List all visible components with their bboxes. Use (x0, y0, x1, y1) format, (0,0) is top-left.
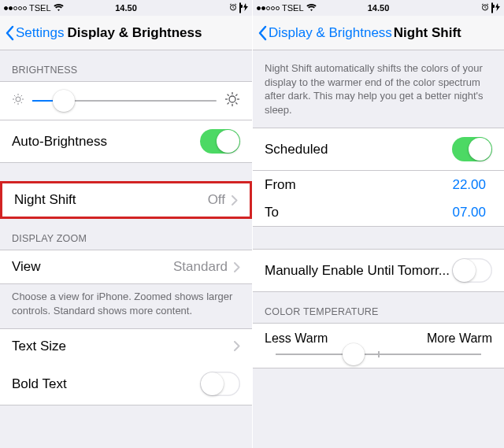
svg-point-1 (16, 97, 20, 102)
row-auto-brightness: Auto-Brightness (0, 120, 252, 163)
charging-icon (495, 3, 500, 13)
cell-value: Off (208, 192, 225, 208)
row-bold-text: Bold Text (0, 363, 252, 405)
svg-line-17 (228, 102, 229, 104)
screen-display-brightness: TSEL 14.50 Settings Display & Brightness… (0, 0, 252, 448)
cell-label: Auto-Brightness (12, 134, 200, 150)
wifi-icon (54, 4, 64, 12)
sun-large-icon (224, 91, 240, 110)
svg-line-6 (14, 95, 15, 96)
brightness-slider[interactable] (0, 81, 252, 120)
carrier-label: TSEL (29, 3, 51, 13)
wifi-icon (306, 4, 317, 12)
back-label: Display & Brightness (269, 25, 392, 41)
label-less-warm: Less Warm (265, 331, 328, 346)
charging-icon (243, 3, 248, 13)
cell-label: From (265, 177, 452, 193)
back-button[interactable]: Settings (5, 25, 64, 41)
row-view[interactable]: View Standard (0, 250, 252, 284)
chevron-right-icon (234, 341, 240, 351)
svg-line-15 (228, 94, 229, 96)
alarm-icon (229, 3, 237, 13)
nav-bar: Display & Brightness Night Shift (253, 16, 504, 50)
cell-label: To (265, 205, 452, 220)
svg-line-16 (235, 102, 237, 104)
slider-tick (378, 351, 380, 357)
row-from[interactable]: From 22.00 (253, 170, 504, 198)
cell-label: Manually Enable Until Tomorr... (265, 263, 452, 279)
chevron-left-icon (258, 25, 267, 41)
slider-track[interactable] (32, 100, 217, 102)
row-manual-enable: Manually Enable Until Tomorr... (253, 249, 504, 292)
slider-thumb[interactable] (343, 343, 365, 365)
label-more-warm: More Warm (427, 331, 492, 346)
cell-label: Scheduled (265, 142, 452, 157)
chevron-left-icon (5, 25, 14, 41)
cell-label: View (12, 259, 173, 275)
content: Night Shift automatically shifts the col… (253, 50, 504, 448)
cell-value: 22.00 (452, 177, 486, 193)
status-time: 14.50 (368, 3, 390, 13)
svg-point-10 (229, 96, 235, 102)
section-header-brightness: BRIGHTNESS (0, 50, 252, 81)
chevron-right-icon (232, 195, 238, 205)
battery-icon (239, 3, 241, 13)
chevron-right-icon (234, 262, 240, 272)
row-text-size[interactable]: Text Size (0, 328, 252, 363)
toggle-manual-enable[interactable] (452, 258, 492, 283)
nav-title: Night Shift (394, 25, 461, 41)
nav-title: Display & Brightness (67, 25, 202, 41)
toggle-scheduled[interactable] (452, 137, 492, 161)
cell-label: Bold Text (12, 376, 200, 392)
color-temperature-slider[interactable]: Less Warm More Warm (253, 323, 504, 368)
status-bar: TSEL 14.50 (0, 0, 252, 16)
section-footer-display-zoom: Choose a view for iPhone. Zoomed shows l… (0, 284, 252, 324)
section-header-color-temperature: COLOR TEMPERATURE (253, 292, 504, 323)
status-bar: TSEL 14.50 (253, 0, 504, 16)
sun-small-icon (12, 93, 24, 109)
intro-text: Night Shift automatically shifts the col… (253, 50, 504, 128)
slider-track[interactable] (276, 354, 481, 355)
cell-value: Standard (173, 259, 228, 275)
row-scheduled: Scheduled (253, 128, 504, 170)
toggle-auto-brightness[interactable] (200, 129, 240, 154)
back-button[interactable]: Display & Brightness (258, 25, 392, 41)
section-header-display-zoom: DISPLAY ZOOM (0, 219, 252, 250)
svg-line-7 (21, 102, 22, 103)
back-label: Settings (16, 25, 64, 41)
cell-label: Night Shift (14, 192, 208, 208)
svg-line-9 (21, 95, 22, 96)
signal-strength-icon (257, 6, 280, 10)
nav-bar: Settings Display & Brightness (0, 16, 252, 50)
alarm-icon (481, 3, 489, 13)
row-night-shift[interactable]: Night Shift Off (0, 181, 252, 219)
carrier-label: TSEL (282, 3, 304, 13)
cell-label: Text Size (12, 339, 234, 354)
slider-thumb[interactable] (53, 90, 75, 112)
cell-value: 07.00 (452, 205, 486, 220)
signal-strength-icon (4, 6, 27, 10)
svg-line-8 (14, 102, 15, 103)
battery-icon (491, 3, 493, 13)
toggle-bold-text[interactable] (200, 372, 240, 396)
status-time: 14.50 (115, 3, 137, 13)
svg-line-18 (235, 94, 237, 96)
row-to[interactable]: To 07.00 (253, 198, 504, 227)
content: BRIGHTNESS Auto-Brightness Night Shift O… (0, 50, 252, 448)
screen-night-shift: TSEL 14.50 Display & Brightness Night Sh… (252, 0, 504, 448)
